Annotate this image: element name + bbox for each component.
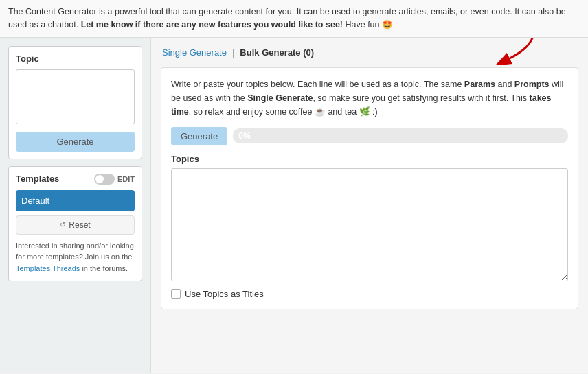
- reset-button[interactable]: ↺ Reset: [16, 215, 135, 235]
- tab-single-generate[interactable]: Single Generate: [161, 45, 228, 60]
- edit-label: EDIT: [117, 175, 135, 183]
- reset-icon: ↺: [60, 220, 66, 229]
- tab-bulk-badge: (0): [303, 47, 314, 58]
- templates-label: Templates: [16, 174, 59, 184]
- use-topics-label: Use Topics as Titles: [185, 289, 264, 299]
- topic-section: Topic Generate: [8, 46, 142, 159]
- templates-section: Templates EDIT Default ↺ Reset Intereste…: [8, 166, 142, 282]
- reset-label: Reset: [69, 220, 90, 230]
- edit-toggle-switch[interactable]: [94, 174, 115, 185]
- edit-toggle: EDIT: [94, 174, 135, 185]
- topic-label: Topic: [16, 54, 135, 64]
- tab-separator: |: [228, 47, 238, 58]
- templates-threads-link[interactable]: Templates Threads: [16, 264, 80, 272]
- tabs-row: Single Generate | Bulk Generate (0): [161, 45, 578, 60]
- tab-bulk-generate[interactable]: Bulk Generate (0): [238, 45, 315, 60]
- top-bar-text: The Content Generator is a powerful tool…: [8, 7, 566, 30]
- generate-row: Generate 0%: [171, 127, 568, 145]
- bulk-box: Write or paste your topics below. Each l…: [161, 67, 578, 309]
- main-layout: Topic Generate Templates EDIT Default ↺ …: [0, 38, 588, 373]
- topics-input[interactable]: [171, 168, 568, 281]
- progress-label: 0%: [238, 131, 250, 141]
- bulk-generate-button[interactable]: Generate: [171, 127, 227, 145]
- templates-header: Templates EDIT: [16, 174, 135, 185]
- templates-footer: Interested in sharing and/or looking for…: [16, 240, 135, 274]
- content-area: Single Generate | Bulk Generate (0): [151, 38, 588, 373]
- default-template-button[interactable]: Default: [16, 190, 135, 211]
- topic-input[interactable]: [16, 69, 135, 124]
- templates-footer-text: Interested in sharing and/or looking for…: [16, 242, 134, 261]
- tab-bulk-label: Bulk Generate: [240, 47, 300, 58]
- use-topics-row: Use Topics as Titles: [171, 289, 568, 299]
- arrow-indicator: [482, 38, 537, 67]
- top-bar: The Content Generator is a powerful tool…: [0, 0, 588, 38]
- sidebar-generate-button[interactable]: Generate: [16, 132, 135, 152]
- topics-section-label: Topics: [171, 154, 568, 164]
- use-topics-checkbox[interactable]: [171, 289, 181, 299]
- templates-footer-suffix: in the forums.: [80, 264, 128, 272]
- sidebar: Topic Generate Templates EDIT Default ↺ …: [0, 38, 151, 373]
- bulk-description: Write or paste your topics below. Each l…: [171, 78, 568, 119]
- red-arrow-svg: [482, 38, 537, 65]
- progress-bar-wrap: 0%: [233, 128, 568, 143]
